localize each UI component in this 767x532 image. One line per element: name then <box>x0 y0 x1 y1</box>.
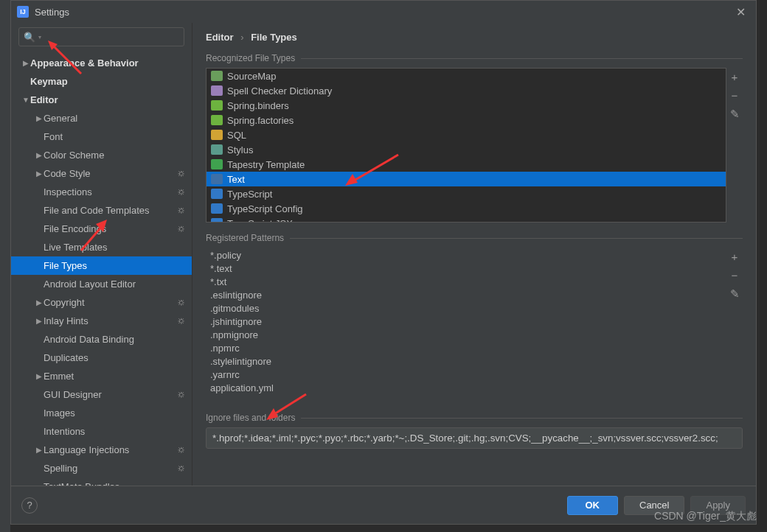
tree-item[interactable]: ▶Emmet <box>11 367 192 385</box>
ignore-label: Ignore files and folders <box>206 413 743 423</box>
chevron-icon: ▼ <box>21 96 30 104</box>
tree-item[interactable]: Live Templates <box>11 238 192 256</box>
pattern-row[interactable]: .eslintignore <box>209 289 723 302</box>
file-icon <box>211 203 223 214</box>
tree-item-label: Keymap <box>30 76 186 87</box>
tree-item[interactable]: File and Code Templates⛭ <box>11 201 192 220</box>
tree-item-label: Inspections <box>44 186 177 197</box>
search-icon: 🔍 <box>24 32 35 43</box>
tree-item-label: GUI Designer <box>44 389 177 400</box>
tree-item[interactable]: TextMate Bundles <box>11 477 192 486</box>
app-icon: IJ <box>17 6 29 18</box>
search-input[interactable]: 🔍 ▾ <box>18 27 184 46</box>
filetypes-list[interactable]: SourceMapSpell Checker DictionarySpring.… <box>206 68 726 223</box>
gear-icon: ⛭ <box>177 187 186 197</box>
remove-filetype-button[interactable]: − <box>732 89 738 102</box>
breadcrumb: Editor › File Types <box>206 32 743 43</box>
settings-dialog: IJ Settings ✕ 🔍 ▾ ▶Appearance & Behavior… <box>10 0 757 525</box>
tree-item[interactable]: Android Layout Editor <box>11 275 192 293</box>
filetype-row[interactable]: TypeScript <box>206 186 726 201</box>
tree-item[interactable]: Duplicates <box>11 349 192 367</box>
filetype-row[interactable]: TypeScript JSX <box>206 216 726 223</box>
tree-item-label: Font <box>44 131 186 142</box>
tree-item[interactable]: ▶Color Scheme <box>11 146 192 164</box>
tree-item[interactable]: ▼Editor <box>11 91 192 109</box>
tree-item[interactable]: Images <box>11 404 192 422</box>
filetype-row[interactable]: TypeScript Config <box>206 201 726 216</box>
tree-item[interactable]: ▶Appearance & Behavior <box>11 54 192 72</box>
remove-pattern-button[interactable]: − <box>732 269 738 281</box>
close-icon[interactable]: ✕ <box>732 4 750 21</box>
tree-item[interactable]: GUI Designer⛭ <box>11 385 192 404</box>
pattern-row[interactable]: *.text <box>209 262 723 276</box>
filetype-row[interactable]: Spell Checker Dictionary <box>206 83 726 98</box>
tree-item[interactable]: Font <box>11 127 192 146</box>
tree-item-label: Color Scheme <box>44 150 186 161</box>
chevron-icon: ▶ <box>35 151 44 159</box>
file-icon <box>211 189 223 199</box>
add-pattern-button[interactable]: + <box>732 251 738 263</box>
tree-item[interactable]: ▶Copyright⛭ <box>11 293 192 312</box>
tree-item[interactable]: ▶General <box>11 109 192 127</box>
pattern-row[interactable]: *.txt <box>209 276 723 289</box>
dialog-footer: ? OK Cancel Apply <box>11 486 756 524</box>
patterns-toolbar: + − ✎ <box>726 248 743 402</box>
edit-filetype-button[interactable]: ✎ <box>730 108 740 121</box>
tree-item[interactable]: ▶Inlay Hints⛭ <box>11 312 192 330</box>
tree-item[interactable]: Keymap <box>11 72 192 91</box>
tree-item[interactable]: Android Data Binding <box>11 330 192 349</box>
pattern-row[interactable]: .stylelintignore <box>209 355 723 368</box>
pattern-row[interactable]: .jshintignore <box>209 315 723 329</box>
ignore-input[interactable] <box>206 427 743 449</box>
help-button[interactable]: ? <box>21 497 38 514</box>
file-icon <box>211 174 223 184</box>
patterns-label: Registered Patterns <box>206 233 743 243</box>
filetype-row[interactable]: Text <box>206 172 726 186</box>
tree-item-label: Language Injections <box>44 444 177 455</box>
tree-item-label: Emmet <box>44 371 186 382</box>
filetype-row[interactable]: Spring.binders <box>206 98 726 113</box>
gear-icon: ⛭ <box>177 206 186 216</box>
tree-item-label: Intentions <box>44 426 186 437</box>
filetype-row[interactable]: SQL <box>206 127 726 142</box>
tree-item-label: Inlay Hints <box>44 315 177 326</box>
ok-button[interactable]: OK <box>567 496 619 515</box>
tree-item[interactable]: Spelling⛭ <box>11 459 192 477</box>
filetype-row[interactable]: Tapestry Template <box>206 157 726 172</box>
pattern-row[interactable]: .gitmodules <box>209 302 723 315</box>
filetype-label: Tapestry Template <box>227 159 305 170</box>
tree-item[interactable]: File Encodings⛭ <box>11 220 192 238</box>
file-icon <box>211 218 223 223</box>
filetype-row[interactable]: Spring.factories <box>206 113 726 127</box>
gear-icon: ⛭ <box>177 463 186 474</box>
filetype-label: Stylus <box>227 144 253 155</box>
tree-item[interactable]: File Types <box>11 256 192 275</box>
tree-item-label: Copyright <box>44 297 177 308</box>
pattern-row[interactable]: *.policy <box>209 249 723 262</box>
filetype-label: Text <box>227 174 245 185</box>
filetypes-toolbar: + − ✎ <box>726 68 743 223</box>
patterns-list[interactable]: *.policy*.text*.txt.eslintignore.gitmodu… <box>206 248 726 402</box>
tree-item-label: Code Style <box>44 168 177 179</box>
tree-item[interactable]: ▶Code Style⛭ <box>11 164 192 183</box>
tree-item[interactable]: ▶Language Injections⛭ <box>11 441 192 459</box>
pattern-row[interactable]: application.yml <box>209 382 723 395</box>
edit-pattern-button[interactable]: ✎ <box>730 287 740 301</box>
main-panel: Editor › File Types Recognized File Type… <box>192 23 756 486</box>
file-icon <box>211 71 223 81</box>
pattern-row[interactable]: .yarnrc <box>209 368 723 382</box>
filetype-row[interactable]: SourceMap <box>206 69 726 83</box>
pattern-row[interactable]: .npmrc <box>209 342 723 355</box>
sidebar: 🔍 ▾ ▶Appearance & BehaviorKeymap▼Editor▶… <box>11 23 192 486</box>
file-icon <box>211 159 223 169</box>
pattern-row[interactable]: .npmignore <box>209 329 723 342</box>
tree-item-label: Android Layout Editor <box>44 279 186 290</box>
tree-item[interactable]: Intentions <box>11 422 192 441</box>
chevron-right-icon: › <box>240 32 243 43</box>
gear-icon: ⛭ <box>177 298 186 308</box>
tree-item[interactable]: Inspections⛭ <box>11 183 192 201</box>
chevron-icon: ▶ <box>35 446 44 454</box>
filetype-row[interactable]: Stylus <box>206 142 726 157</box>
chevron-icon: ▶ <box>35 372 44 380</box>
add-filetype-button[interactable]: + <box>732 71 738 83</box>
